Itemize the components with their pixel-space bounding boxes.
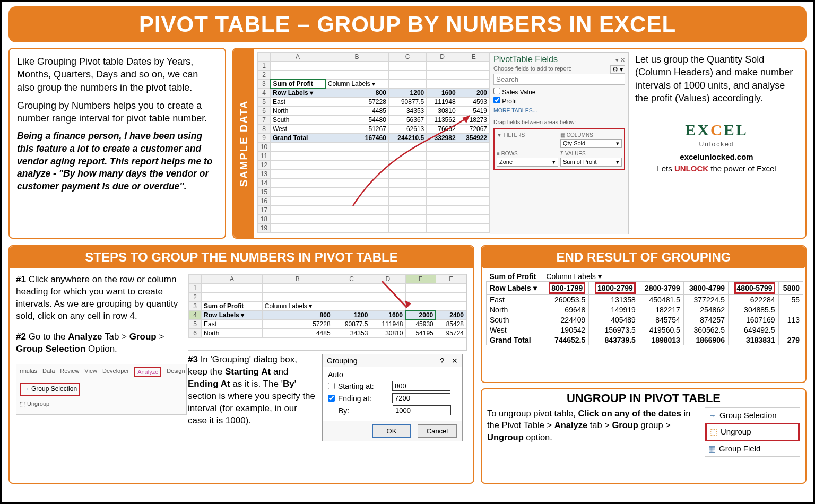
page-title: PIVOT TABLE – GROUP BY NUMBERS IN EXCEL <box>19 12 796 37</box>
filters-area[interactable]: ▼ FILTERS <box>497 132 558 148</box>
field-sales-value[interactable]: Sales Value <box>493 88 625 96</box>
ok-button[interactable]: OK <box>372 424 411 438</box>
ungroup-title: UNGROUP IN PIVOT TABLE <box>482 389 805 406</box>
end-result-header: END RESULT OF GROUPING <box>482 246 805 268</box>
grouping-dialog: Grouping ?✕ Auto Starting at: Ending at:… <box>322 354 463 441</box>
help-icon[interactable]: ? <box>440 357 444 365</box>
ending-at-input[interactable] <box>392 393 450 403</box>
dialog-title: Grouping <box>327 357 358 365</box>
ribbon-screenshot: rmulas Data Review View Developer Analyz… <box>16 364 187 415</box>
pivot-areas: ▼ FILTERS ▦ COLUMNSQty Sold▾ ≡ ROWSZone▾… <box>493 128 625 170</box>
page-title-bar: PIVOT TABLE – GROUP BY NUMBERS IN EXCEL <box>8 6 807 42</box>
field-profit[interactable]: Profit <box>493 97 625 105</box>
intro-box: Like Grouping Pivot table Dates by Years… <box>8 48 226 239</box>
close-icon[interactable]: ✕ <box>452 357 458 365</box>
col-header-D: D <box>427 53 458 62</box>
pivot-fields-pane: PivotTable Fields ▾ ✕ Choose fields to a… <box>490 52 629 234</box>
group-selection-button[interactable]: →Group Selection <box>20 383 80 395</box>
pivot-fields-subtitle: Choose fields to add to report: <box>493 65 571 72</box>
rows-area[interactable]: ≡ ROWSZone▾ <box>497 150 558 167</box>
menu-ungroup[interactable]: ⬚Ungroup <box>705 423 800 441</box>
pivot-fields-title: PivotTable Fields <box>493 55 558 64</box>
step-2: #2 Go to the Analyze Tab > Group > Group… <box>16 331 180 355</box>
intro-p3: Being a finance person, I have been usin… <box>17 130 218 193</box>
starting-at-checkbox[interactable] <box>328 383 335 389</box>
step1-grid-screenshot: ABCDEF 1 2 3Sum of ProfitColumn Labels ▾… <box>188 274 467 351</box>
cancel-button[interactable]: Cancel <box>418 424 457 438</box>
step-1: #1 Click anywhere on the row or column h… <box>16 274 180 323</box>
ungroup-text: To ungroup pivot table, Click on any of … <box>487 407 699 457</box>
site-url: excelunlocked.com <box>635 152 798 162</box>
by-input[interactable] <box>393 405 451 415</box>
ending-at-checkbox[interactable] <box>328 395 335 402</box>
col-header-C: C <box>388 53 426 62</box>
steps-header: STEPS TO GROUP THE NUMBERS IN PIVOT TABL… <box>10 246 473 268</box>
values-area[interactable]: Σ VALUESSum of Profit▾ <box>560 150 622 167</box>
search-input[interactable] <box>493 74 625 85</box>
tagline: Lets UNLOCK the power of Excel <box>635 163 798 174</box>
sample-right-text: Let us group the Quantity Sold (Column H… <box>635 53 798 105</box>
col-header-E: E <box>458 53 489 62</box>
ribbon-ungroup: Ungroup <box>27 400 49 408</box>
end-result-box: END RESULT OF GROUPING Sum of ProfitColu… <box>481 245 807 383</box>
col-header-A: A <box>271 53 325 62</box>
gear-icon[interactable]: ⚙ ▾ <box>610 65 625 74</box>
worksheet-grid: A B C D E 1 2 3Sum of ProfitColumn Label… <box>257 52 490 234</box>
intro-p2: Grouping by Numbers helps you to create … <box>17 99 218 125</box>
step-3: #3 In 'Grouping' dialog box, keep the St… <box>188 354 318 441</box>
logo: EXCEL Unlocked excelunlocked.com Lets UN… <box>635 119 798 174</box>
auto-label: Auto <box>328 370 457 379</box>
intro-p1: Like Grouping Pivot table Dates by Years… <box>17 55 218 94</box>
sample-data-box: SAMPLE DATA A B C D <box>232 48 807 239</box>
group-menu: →Group Selection ⬚Ungroup ▦Group Field <box>705 407 800 457</box>
end-result-table: Sum of ProfitColumn Labels ▾ Row Labels … <box>482 268 805 345</box>
col-header-B: B <box>325 53 389 62</box>
ungroup-box: UNGROUP IN PIVOT TABLE To ungroup pivot … <box>481 388 807 484</box>
sample-data-tab: SAMPLE DATA <box>233 49 254 238</box>
steps-box: STEPS TO GROUP THE NUMBERS IN PIVOT TABL… <box>8 245 474 484</box>
drag-label: Drag fields between areas below: <box>493 119 625 125</box>
analyze-tab[interactable]: Analyze <box>134 367 161 377</box>
menu-group-field[interactable]: ▦Group Field <box>705 441 800 456</box>
menu-group-selection[interactable]: →Group Selection <box>705 408 800 423</box>
starting-at-input[interactable] <box>392 381 450 391</box>
sample-excel-screenshot: A B C D E 1 2 3Sum of ProfitColumn Label… <box>257 52 629 234</box>
columns-area[interactable]: ▦ COLUMNSQty Sold▾ <box>560 132 622 148</box>
more-tables-link[interactable]: MORE TABLES... <box>493 107 625 114</box>
close-icon[interactable]: ▾ ✕ <box>615 57 625 64</box>
